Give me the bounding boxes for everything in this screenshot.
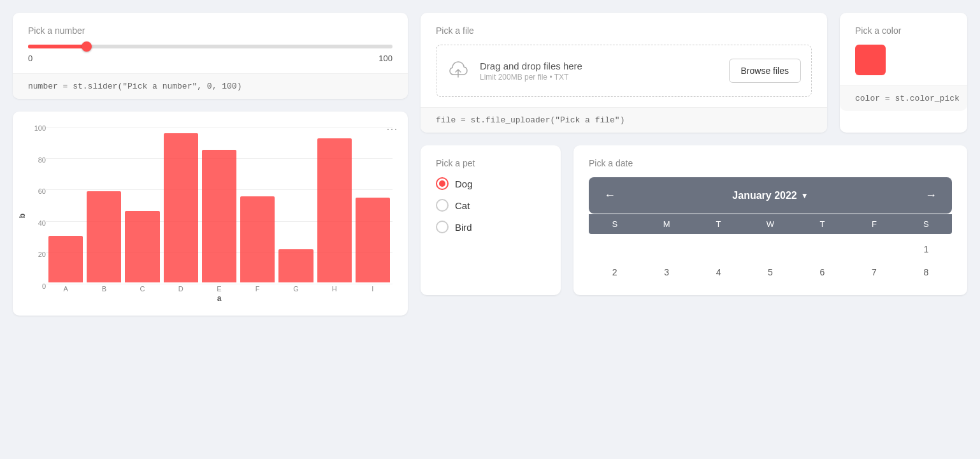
cal-cell-4[interactable]: 4 — [693, 262, 744, 282]
file-label: Pick a file — [436, 26, 812, 36]
slider-max-label: 100 — [378, 54, 393, 63]
cal-cell-empty — [589, 239, 640, 259]
cal-prev-button[interactable]: ← — [599, 186, 621, 205]
color-label: Pick a color — [855, 26, 952, 36]
color-picker-card: Pick a color color = st.color_pick — [840, 13, 967, 133]
bar-b[interactable] — [87, 191, 121, 282]
radio-group: Dog Cat Bird — [436, 177, 545, 233]
bar-label-i: I — [371, 285, 373, 293]
bar-a[interactable] — [48, 236, 83, 282]
radio-label-cat: Cat — [455, 200, 470, 211]
pet-label: Pick a pet — [436, 158, 545, 168]
slider-min-label: 0 — [28, 54, 32, 63]
bar-label-d: D — [178, 285, 184, 293]
chart-card: ⋯ b 100 80 60 40 20 0 — [13, 112, 408, 316]
cal-cell-empty — [796, 239, 848, 259]
cal-cell-6[interactable]: 6 — [796, 262, 848, 282]
bar-label-f: F — [256, 285, 260, 293]
color-swatch[interactable] — [855, 45, 886, 75]
radio-label-dog: Dog — [455, 178, 473, 189]
bar-g[interactable] — [278, 249, 313, 282]
cal-cell-3[interactable]: 3 — [640, 262, 692, 282]
slider-container: 0 100 — [28, 45, 393, 63]
bar-label-h: H — [332, 285, 337, 293]
cal-day-w: W — [744, 219, 796, 229]
slider-label: Pick a number — [28, 26, 393, 36]
cal-cell-empty — [848, 239, 900, 259]
bar-col-i: I — [356, 198, 390, 293]
browse-files-button[interactable]: Browse files — [729, 59, 801, 83]
radio-circle-cat — [436, 199, 449, 212]
upload-icon — [447, 57, 470, 85]
radio-circle-dog — [436, 177, 449, 190]
bar-col-e: E — [202, 150, 236, 293]
cal-cell-empty — [640, 239, 692, 259]
slider-track[interactable] — [28, 45, 393, 48]
bar-h[interactable] — [317, 138, 352, 282]
date-picker-card: Pick a date ← January 2022 ▼ → S M T W T… — [573, 145, 967, 295]
pet-picker-card: Pick a pet Dog Cat Bird — [421, 145, 561, 295]
bar-label-e: E — [217, 285, 221, 293]
slider-fill — [28, 45, 87, 48]
cal-next-button[interactable]: → — [920, 186, 942, 205]
cal-days-header: S M T W T F S — [589, 214, 952, 234]
bar-c[interactable] — [125, 211, 159, 282]
bar-f[interactable] — [240, 196, 275, 282]
bar-col-c: C — [125, 211, 159, 293]
cal-grid: 1 2 3 4 5 6 7 8 — [589, 239, 952, 282]
cal-day-s2: S — [900, 219, 952, 229]
radio-dog[interactable]: Dog — [436, 177, 545, 190]
y-axis-label: b — [18, 214, 27, 218]
calendar-header: ← January 2022 ▼ → — [589, 177, 952, 214]
bar-e[interactable] — [202, 150, 236, 282]
chart-inner: ABCDEFGHI a — [46, 127, 393, 303]
radio-label-bird: Bird — [455, 222, 472, 233]
bar-label-c: C — [140, 285, 145, 293]
cal-cell-7[interactable]: 7 — [848, 262, 900, 282]
bar-col-d: D — [164, 133, 198, 293]
cal-dropdown-icon[interactable]: ▼ — [801, 191, 809, 200]
bar-d[interactable] — [164, 133, 198, 282]
file-code: file = st.file_uploader("Pick a file") — [421, 107, 827, 133]
bar-col-b: B — [87, 191, 121, 293]
cal-month-year-text: January 2022 — [732, 190, 796, 201]
bar-col-f: F — [240, 196, 275, 293]
cal-day-t1: T — [693, 219, 744, 229]
cal-month-year: January 2022 ▼ — [732, 190, 808, 201]
date-label: Pick a date — [589, 158, 952, 168]
slider-code: number = st.slider("Pick a number", 0, 1… — [13, 73, 408, 99]
cal-cell-8[interactable]: 8 — [900, 262, 952, 282]
bar-col-a: A — [48, 236, 83, 293]
bar-label-g: G — [293, 285, 299, 293]
file-upload-area[interactable]: Drag and drop files here Limit 200MB per… — [436, 45, 812, 97]
upload-title: Drag and drop files here — [480, 61, 719, 71]
slider-range-labels: 0 100 — [28, 54, 393, 63]
chart-area: b 100 80 60 40 20 0 — [28, 124, 393, 303]
bar-col-g: G — [278, 249, 313, 293]
cal-day-s1: S — [589, 219, 640, 229]
cal-day-m: M — [640, 219, 692, 229]
bars-row: ABCDEFGHI — [46, 127, 393, 293]
right-bottom-row: Pick a pet Dog Cat Bird — [421, 145, 967, 295]
upload-subtitle: Limit 200MB per file • TXT — [480, 73, 719, 82]
radio-bird[interactable]: Bird — [436, 221, 545, 233]
slider-card: Pick a number 0 100 number = st.slider("… — [13, 13, 408, 99]
cal-day-t2: T — [796, 219, 848, 229]
upload-text: Drag and drop files here Limit 200MB per… — [480, 61, 719, 82]
x-axis-label: a — [46, 294, 393, 303]
bar-label-b: B — [102, 285, 106, 293]
cal-cell-1[interactable]: 1 — [900, 239, 952, 259]
bar-i[interactable] — [356, 198, 390, 282]
y-axis-labels: 100 80 60 40 20 0 — [31, 124, 46, 303]
cal-cell-empty — [693, 239, 744, 259]
radio-circle-bird — [436, 221, 449, 233]
cal-cell-5[interactable]: 5 — [744, 262, 796, 282]
file-uploader-card: Pick a file Drag and drop files here Lim… — [421, 13, 827, 133]
cal-cell-empty — [744, 239, 796, 259]
slider-thumb[interactable] — [82, 41, 92, 52]
cal-day-f: F — [848, 219, 900, 229]
bar-col-h: H — [317, 138, 352, 293]
right-top-row: Pick a file Drag and drop files here Lim… — [421, 13, 967, 133]
radio-cat[interactable]: Cat — [436, 199, 545, 212]
cal-cell-2[interactable]: 2 — [589, 262, 640, 282]
